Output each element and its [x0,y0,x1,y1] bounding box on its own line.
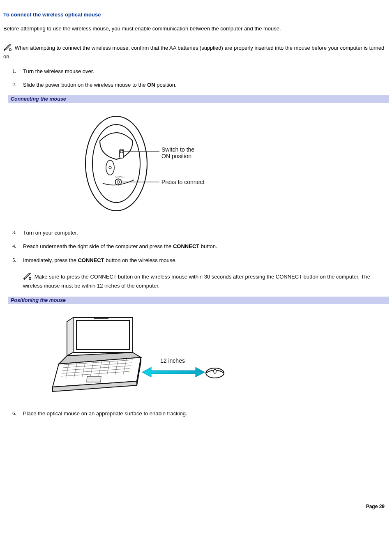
step-marker: 4. [3,243,23,249]
svg-text:CONNECT: CONNECT [115,175,126,178]
subheading-positioning: Positioning the mouse [8,297,389,304]
step-text: Turn on your computer. [23,229,389,237]
step-list-b: 3. Turn on your computer. 4. Reach under… [3,229,389,264]
step-text: Slide the power button on the wireless m… [23,81,389,89]
step-text: Reach underneath the right side of the c… [23,243,389,250]
step-marker: 6. [3,410,23,417]
intro-paragraph: Before attempting to use the wireless mo… [3,25,389,32]
note-batteries: When attempting to connect the wireless … [3,44,389,60]
step-3: 3. Turn on your computer. [3,229,389,237]
note-text: When attempting to connect the wireless … [3,45,384,60]
svg-point-6 [109,166,111,169]
step-2: 2. Slide the power button on the wireles… [3,81,389,89]
svg-rect-13 [94,318,108,319]
note-icon [3,44,12,53]
step-text: Turn the wireless mouse over. [23,68,389,75]
step-text: Place the optical mouse on an appropriat… [23,410,389,417]
step-marker: 5. [3,257,23,263]
page-number: Page 29 [3,504,389,509]
section-title: To connect the wireless optical mouse [3,12,389,18]
subheading-connecting: Connecting the mouse [8,95,389,103]
step-marker: 2. [3,81,23,88]
label-press-connect: Press to connect [161,179,204,185]
step-6: 6. Place the optical mouse on an appropr… [3,410,389,417]
step-text: Immediately, press the CONNECT button on… [23,257,389,264]
step-list-a: 1. Turn the wireless mouse over. 2. Slid… [3,68,389,89]
figure-mouse-underside: CONNECT Switch to the ON position Press … [3,110,389,217]
svg-marker-28 [142,367,205,377]
step-1: 1. Turn the wireless mouse over. [3,68,389,75]
step-4: 4. Reach underneath the right side of th… [3,243,389,250]
svg-point-0 [9,48,11,51]
svg-point-1 [85,116,147,211]
step-marker: 1. [3,68,23,74]
svg-point-12 [29,278,31,280]
step-list-c: 6. Place the optical mouse on an appropr… [3,410,389,417]
note-icon [23,273,32,282]
note-text: Make sure to press the CONNECT button on… [23,274,370,289]
svg-point-9 [117,181,120,183]
svg-point-4 [120,150,123,153]
figure-distance: 12 inches [3,311,389,398]
label-switch-on: Switch to the ON position [161,146,194,159]
svg-rect-27 [87,376,101,382]
svg-point-30 [214,369,216,373]
note-connect-timing: Make sure to press the CONNECT button on… [23,273,389,289]
step-5: 5. Immediately, press the CONNECT button… [3,257,389,264]
label-distance: 12 inches [160,357,185,364]
step-marker: 3. [3,229,23,236]
